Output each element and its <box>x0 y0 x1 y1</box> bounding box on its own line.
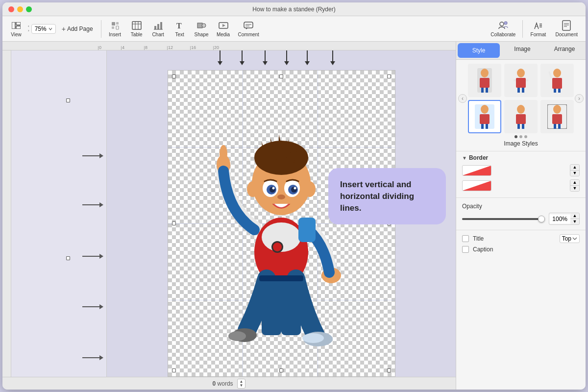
chart-button[interactable]: Chart <box>148 18 168 39</box>
handle-top-center[interactable] <box>279 74 283 78</box>
opacity-row: 100% ▲ ▼ <box>462 213 580 225</box>
svg-rect-77 <box>522 88 524 93</box>
arrow-head-2 <box>240 61 245 65</box>
right-panel: Style Image Arrange ‹ <box>456 42 586 390</box>
opacity-stepper[interactable]: ▲ ▼ <box>570 213 579 224</box>
shape-icon <box>196 20 207 31</box>
opacity-section: Opacity 100% ▲ ▼ <box>456 197 586 230</box>
svg-rect-91 <box>517 124 520 129</box>
svg-rect-69 <box>480 78 490 88</box>
shape-button[interactable]: Shape <box>192 18 212 39</box>
styles-nav-next[interactable]: › <box>575 94 584 103</box>
svg-rect-30 <box>563 21 570 30</box>
border-stepper-down-2[interactable]: ▼ <box>570 186 579 191</box>
tab-arrange[interactable]: Arrange <box>543 42 586 59</box>
svg-point-63 <box>228 331 246 341</box>
svg-rect-87 <box>486 124 488 129</box>
down-arrow-5 <box>305 50 310 65</box>
border-stepper-up-2[interactable]: ▲ <box>570 180 579 185</box>
minimize-button[interactable] <box>17 6 23 12</box>
add-page-button[interactable]: + Add Page <box>58 23 97 35</box>
handle-mid-left[interactable] <box>66 256 70 260</box>
handle-br[interactable] <box>387 368 391 372</box>
svg-rect-85 <box>480 114 490 124</box>
title-position-value: Top <box>562 235 571 242</box>
border-stepper-2[interactable]: ▲ ▼ <box>570 179 580 192</box>
border-section: ▼ Border ▲ ▼ ▲ ▼ <box>456 151 586 197</box>
border-color-picker-2[interactable] <box>462 180 491 191</box>
style-thumb-2[interactable] <box>504 64 538 97</box>
thumb-3-svg <box>547 68 567 93</box>
table-button[interactable]: Table <box>127 18 147 39</box>
zoom-control[interactable]: 75% <box>31 24 56 34</box>
tab-style[interactable]: Style <box>458 43 500 58</box>
svg-rect-76 <box>517 88 520 93</box>
style-thumb-4[interactable] <box>468 100 501 133</box>
svg-rect-6 <box>116 26 119 29</box>
word-count-label: words <box>218 380 233 387</box>
nav-back[interactable]: ‹ <box>28 24 29 28</box>
chart-label: Chart <box>152 32 164 37</box>
style-thumb-3[interactable] <box>540 64 574 97</box>
title-position-dropdown[interactable]: Top <box>560 234 580 243</box>
border-stepper-up-1[interactable]: ▲ <box>570 165 579 170</box>
opacity-slider[interactable] <box>462 218 545 220</box>
canvas-wrapper[interactable]: Insert vertical and horizontal dividing … <box>107 50 456 377</box>
style-thumb-5[interactable] <box>504 100 538 133</box>
caption-row: Caption <box>462 246 580 253</box>
svg-rect-13 <box>160 22 162 29</box>
border-stepper-down-1[interactable]: ▼ <box>570 171 579 176</box>
border-row-2: ▲ ▼ <box>462 179 580 192</box>
window-title: How to make a standee (Ryder) <box>252 6 335 13</box>
panel-tabs: Style Image Arrange <box>456 42 586 60</box>
collaborate-button[interactable]: Collaborate <box>487 18 519 39</box>
format-button[interactable]: Format <box>526 18 550 39</box>
handle-tl[interactable] <box>172 74 176 78</box>
collaborate-icon <box>498 20 509 31</box>
speech-bubble-text: Insert vertical and horizontal dividing … <box>340 179 434 214</box>
format-icon <box>533 20 543 31</box>
media-button[interactable]: Media <box>214 18 233 39</box>
nav-arrows[interactable]: ‹ › <box>28 24 29 33</box>
svg-point-93 <box>553 105 561 114</box>
title-checkbox[interactable] <box>462 235 469 242</box>
view-button[interactable]: View <box>6 18 26 39</box>
styles-grid <box>468 64 574 133</box>
border-stepper-1[interactable]: ▲ ▼ <box>570 164 580 176</box>
document-button[interactable]: Document <box>551 18 582 39</box>
styles-dots <box>514 135 527 138</box>
handle-tr[interactable] <box>387 74 391 78</box>
svg-marker-21 <box>246 28 248 29</box>
caption-checkbox[interactable] <box>462 246 469 253</box>
close-button[interactable] <box>8 6 14 12</box>
word-count-stepper[interactable]: ▲ ▼ <box>237 379 246 389</box>
styles-nav-prev[interactable]: ‹ <box>458 94 467 103</box>
text-button[interactable]: T Text <box>170 18 190 39</box>
insert-button[interactable]: Insert <box>105 18 125 39</box>
handle-bottom-center[interactable] <box>279 368 283 372</box>
border-color-picker-1[interactable] <box>462 165 491 176</box>
style-thumb-6[interactable] <box>540 100 574 133</box>
svg-rect-7 <box>132 22 141 29</box>
collaborate-label: Collaborate <box>490 32 515 37</box>
handle-bl[interactable] <box>172 368 176 372</box>
maximize-button[interactable] <box>26 6 32 12</box>
opacity-thumb[interactable] <box>538 216 545 222</box>
nav-forward[interactable]: › <box>28 29 29 33</box>
svg-rect-81 <box>554 89 556 93</box>
border-section-header[interactable]: ▼ Border <box>462 154 580 161</box>
opacity-stepper-up[interactable]: ▲ <box>570 213 579 219</box>
stepper-down-icon: ▼ <box>240 384 244 388</box>
style-thumb-1[interactable] <box>468 64 501 97</box>
svg-point-53 <box>277 195 285 199</box>
tab-image[interactable]: Image <box>501 42 543 59</box>
svg-point-68 <box>481 69 489 77</box>
svg-point-72 <box>517 69 525 77</box>
svg-point-25 <box>504 22 507 24</box>
handle-mid-left-canvas[interactable] <box>172 221 176 225</box>
table-icon <box>131 20 142 31</box>
comment-button[interactable]: Comment <box>235 18 262 39</box>
opacity-stepper-down[interactable]: ▼ <box>570 219 579 224</box>
opacity-fill <box>462 218 545 220</box>
handle-top-mid[interactable] <box>66 98 70 102</box>
